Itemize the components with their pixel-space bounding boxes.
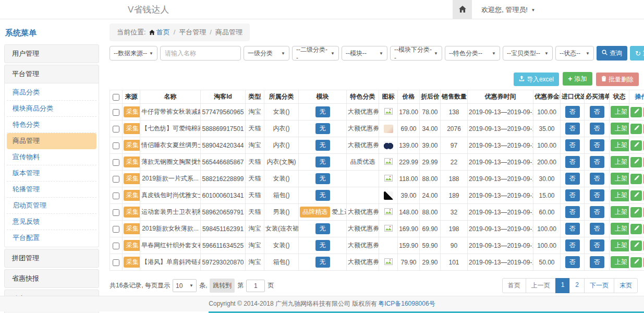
row-checkbox[interactable] (113, 209, 119, 216)
sidebar-item-goods-mgmt[interactable]: 商品管理 (7, 133, 96, 149)
import-select-toggle[interactable]: 否 (565, 139, 580, 151)
edit-button[interactable] (630, 190, 642, 201)
source-cell: 采集 (123, 204, 140, 221)
status-toggle[interactable]: 上架 (611, 189, 629, 201)
sidebar-item-version-mgmt[interactable]: 版本管理 (7, 165, 96, 182)
sidebar-item-user-mgmt[interactable]: 用户管理 (4, 44, 99, 63)
import-excel-button[interactable]: 导入excel (514, 73, 559, 86)
row-checkbox[interactable] (113, 259, 119, 266)
import-select-toggle[interactable]: 否 (565, 173, 580, 185)
price: 178.00 (398, 104, 420, 121)
status-toggle[interactable]: 上架 (611, 173, 629, 185)
sidebar-item-module-goods-category[interactable]: 模块商品分类 (7, 101, 96, 117)
status-toggle[interactable]: 上架 (611, 123, 629, 135)
import-select-toggle[interactable]: 否 (565, 256, 580, 268)
edit-button[interactable] (630, 257, 642, 268)
sidebar-item-promo-materials[interactable]: 宣传物料 (7, 149, 96, 165)
import-select-toggle[interactable]: 否 (565, 123, 580, 135)
module-subcategory-filter[interactable]: --模块下分类--▼ (390, 46, 442, 61)
reset-button[interactable]: ↻ 重置 (630, 46, 644, 61)
row-checkbox[interactable] (113, 142, 119, 149)
status-toggle[interactable]: 上架 (611, 206, 629, 218)
feature-category-filter[interactable]: --特色分类--▼ (445, 46, 500, 61)
jump-button[interactable]: 跳转到 (210, 279, 235, 293)
status-toggle[interactable]: 上架 (611, 256, 629, 268)
edit-button[interactable] (630, 224, 642, 234)
edit-button[interactable] (630, 157, 642, 167)
sidebar-item-carousel-mgmt[interactable]: 轮播管理 (7, 182, 96, 198)
must-buy-toggle[interactable]: 否 (590, 256, 604, 268)
status-toggle[interactable]: 上架 (611, 106, 629, 118)
import-select-toggle[interactable]: 否 (565, 206, 580, 218)
pagination-summary: 共16条记录, 每页显示 10 ▼ 条, 跳转到 第 页 (110, 279, 274, 293)
row-checkbox[interactable] (113, 226, 119, 233)
edit-button[interactable] (630, 140, 642, 151)
import-select-toggle[interactable]: 否 (565, 189, 580, 201)
home-button[interactable] (453, 0, 472, 19)
product-category: 箱包() (264, 254, 299, 271)
icp-link[interactable]: 粤ICP备16098006号 (378, 299, 435, 308)
status-toggle[interactable]: 上架 (611, 223, 629, 235)
row-checkbox-cell (110, 187, 123, 204)
import-select-toggle[interactable]: 否 (565, 106, 580, 118)
search-button[interactable]: 查询 (597, 46, 627, 61)
status-filter[interactable]: --状态--▼ (555, 46, 594, 61)
import-select-toggle[interactable]: 否 (565, 223, 580, 235)
level2-category-filter[interactable]: --二级分类--▼ (292, 46, 339, 61)
sidebar-item-splash-mgmt[interactable]: 启动页管理 (7, 198, 96, 214)
status-toggle[interactable]: 上架 (611, 239, 629, 251)
page-button-page-2[interactable]: 2 (569, 278, 585, 293)
user-menu[interactable]: 欢迎您, 管理员! ▼ (481, 5, 535, 15)
sidebar-item-platform-config[interactable]: 平台配置 (7, 230, 96, 246)
row-checkbox[interactable] (113, 192, 119, 199)
edit-button[interactable] (630, 207, 642, 218)
status-toggle[interactable]: 上架 (611, 139, 629, 151)
must-buy-toggle[interactable]: 否 (590, 106, 604, 118)
name-keyword-input[interactable] (160, 46, 241, 61)
sidebar-item-discount-news[interactable]: 省惠快报 (4, 269, 99, 288)
jump-page-input[interactable] (246, 280, 265, 292)
row-checkbox[interactable] (113, 109, 119, 116)
must-buy-toggle[interactable]: 否 (590, 189, 604, 201)
select-all-checkbox[interactable] (113, 94, 119, 101)
copyright-text: Copyright © 2014-2018 广州九驰网络科技有限公司 版权所有 (209, 299, 377, 308)
row-checkbox[interactable] (113, 126, 119, 133)
sidebar-item-platform-mgmt[interactable]: 平台管理 (4, 65, 99, 83)
sidebar-item-goods-category[interactable]: 商品分类 (7, 85, 96, 101)
edit-button[interactable] (630, 174, 642, 184)
level1-category-filter[interactable]: 一级分类▼ (244, 46, 289, 61)
must-buy-toggle[interactable]: 否 (590, 173, 604, 185)
data-source-filter[interactable]: --数据来源--▼ (110, 46, 157, 61)
page-button-last[interactable]: 末页 (614, 278, 638, 293)
edit-button[interactable] (630, 240, 642, 251)
page-size-select[interactable]: 10 ▼ (173, 279, 197, 292)
page-button-next[interactable]: 下一页 (584, 278, 614, 293)
page-button-first[interactable]: 首页 (502, 278, 526, 293)
page-button-page-1[interactable]: 1 (555, 278, 570, 293)
must-buy-toggle[interactable]: 否 (590, 239, 604, 251)
sales-count: 32 (441, 204, 468, 221)
row-checkbox[interactable] (113, 176, 119, 183)
sidebar-item-feature-category[interactable]: 特色分类 (7, 117, 96, 133)
import-select-toggle[interactable]: 否 (565, 156, 580, 168)
item-type-filter[interactable]: --宝贝类型--▼ (503, 46, 553, 61)
sidebar-item-group-buy-mgmt[interactable]: 拼团管理 (4, 249, 99, 268)
sidebar-item-feedback[interactable]: 意见反馈 (7, 214, 96, 230)
edit-button[interactable] (630, 107, 642, 117)
add-button[interactable]: + 添加 (563, 72, 592, 86)
batch-delete-button[interactable]: 批量删除 (596, 73, 639, 86)
must-buy-toggle[interactable]: 否 (590, 156, 604, 168)
breadcrumb-home-link[interactable]: 首页 (156, 28, 170, 36)
edit-button[interactable] (630, 124, 642, 134)
page-button-prev[interactable]: 上一页 (526, 278, 556, 293)
must-buy-toggle[interactable]: 否 (590, 139, 604, 151)
must-buy-toggle[interactable]: 否 (590, 206, 604, 218)
must-buy-toggle[interactable]: 否 (590, 223, 604, 235)
row-checkbox[interactable] (113, 159, 119, 166)
status-toggle[interactable]: 上架 (611, 156, 629, 168)
coupon-time: 2019-09-13—2019-09-17 (468, 154, 533, 171)
row-checkbox[interactable] (113, 243, 119, 249)
module-filter[interactable]: --模块--▼ (342, 46, 387, 61)
must-buy-toggle[interactable]: 否 (590, 123, 604, 135)
import-select-toggle[interactable]: 否 (565, 239, 580, 251)
